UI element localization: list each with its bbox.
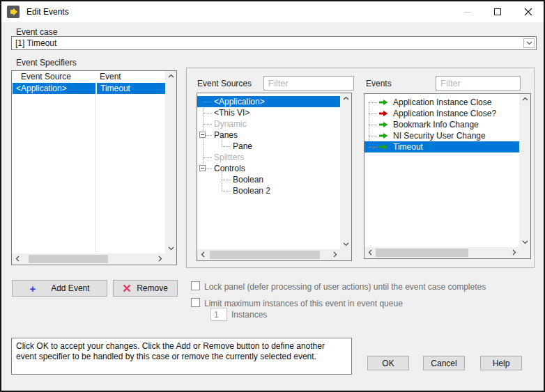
scroll-left-button[interactable] bbox=[364, 247, 376, 258]
specifier-row[interactable]: <Application>Timeout bbox=[12, 83, 165, 94]
maximize-icon bbox=[494, 8, 501, 15]
event-connector bbox=[369, 147, 377, 148]
event-item-label: NI Security User Change bbox=[393, 130, 486, 141]
scroll-down-button[interactable] bbox=[519, 237, 530, 247]
event-item[interactable]: Application Instance Close? bbox=[364, 108, 519, 119]
event-case-combobox[interactable]: [1] Timeout bbox=[11, 36, 537, 50]
instances-input[interactable] bbox=[210, 308, 227, 321]
close-button[interactable] bbox=[513, 1, 544, 22]
tree-item-label: Splitters bbox=[214, 152, 244, 163]
minimize-icon bbox=[463, 12, 471, 13]
scrollbar-thumb[interactable] bbox=[376, 249, 468, 257]
remove-x-icon bbox=[123, 284, 131, 292]
limit-instances-checkbox[interactable] bbox=[191, 298, 200, 307]
tree-connector bbox=[222, 146, 231, 147]
ok-button[interactable]: OK bbox=[367, 356, 409, 370]
vertical-scrollbar[interactable] bbox=[519, 94, 530, 247]
edit-events-dialog: Edit Events Event case [1] Timeout Event… bbox=[0, 0, 545, 392]
tree-item[interactable]: Boolean bbox=[197, 174, 340, 185]
event-sources-tree[interactable]: <Application><This VI>DynamicPanesPaneSp… bbox=[197, 93, 352, 261]
event-connector bbox=[369, 125, 377, 125]
add-event-label: Add Event bbox=[51, 283, 89, 293]
scroll-down-button[interactable] bbox=[165, 243, 176, 253]
help-button[interactable]: Help bbox=[480, 356, 522, 370]
tree-collapse-icon[interactable] bbox=[199, 165, 206, 171]
tree-connector bbox=[203, 102, 212, 102]
titlebar: Edit Events bbox=[1, 1, 544, 22]
window-title: Edit Events bbox=[26, 7, 69, 17]
tree-item-label: Panes bbox=[214, 130, 238, 141]
horizontal-scrollbar[interactable] bbox=[12, 253, 165, 265]
plus-icon: + bbox=[29, 283, 36, 294]
vertical-scrollbar[interactable] bbox=[340, 93, 351, 249]
specifier-source: <Application> bbox=[13, 83, 95, 94]
event-case-value: [1] Timeout bbox=[15, 37, 56, 49]
scroll-down-button[interactable] bbox=[340, 239, 351, 249]
tree-item[interactable]: <This VI> bbox=[197, 107, 340, 118]
tree-connector bbox=[222, 180, 231, 180]
tree-item-label: Boolean 2 bbox=[233, 185, 270, 196]
add-event-button[interactable]: + Add Event bbox=[12, 280, 107, 297]
scrollbar-corner[interactable] bbox=[340, 249, 351, 260]
event-specifiers-table[interactable]: Event Source Event <Application>Timeout bbox=[11, 70, 177, 265]
tree-item-label: Controls bbox=[214, 163, 245, 174]
tree-item-label: Dynamic bbox=[214, 118, 247, 130]
events-label: Events bbox=[366, 79, 392, 88]
event-arrow-icon bbox=[379, 143, 388, 150]
event-item[interactable]: Application Instance Close bbox=[364, 97, 519, 108]
scrollbar-thumb[interactable] bbox=[210, 251, 320, 259]
remove-button[interactable]: Remove bbox=[113, 280, 178, 297]
tree-item[interactable]: Pane bbox=[197, 141, 340, 152]
column-header-event: Event bbox=[100, 71, 121, 83]
event-arrow-icon bbox=[379, 110, 388, 117]
event-item[interactable]: Timeout bbox=[364, 141, 519, 152]
minimize-button bbox=[452, 1, 482, 22]
horizontal-scrollbar[interactable] bbox=[364, 247, 519, 258]
event-connector bbox=[369, 136, 377, 136]
scrollbar-corner[interactable] bbox=[519, 247, 530, 258]
event-item-label: Application Instance Close? bbox=[393, 108, 496, 119]
labview-icon bbox=[7, 6, 20, 18]
scrollbar-thumb[interactable] bbox=[29, 255, 108, 263]
limit-instances-label: Limit maximum instances of this event in… bbox=[204, 299, 403, 308]
tree-item[interactable]: Panes bbox=[197, 130, 340, 141]
scroll-right-button[interactable] bbox=[329, 249, 340, 260]
scroll-left-button[interactable] bbox=[197, 249, 208, 260]
scrollbar-corner[interactable] bbox=[165, 253, 176, 265]
scroll-up-button[interactable] bbox=[340, 93, 351, 104]
event-item[interactable]: NI Security User Change bbox=[364, 130, 519, 141]
sources-filter-input[interactable] bbox=[263, 76, 354, 91]
tree-item[interactable]: Splitters bbox=[197, 152, 340, 163]
lock-panel-label: Lock panel (defer processing of user act… bbox=[204, 282, 486, 292]
scroll-up-button[interactable] bbox=[165, 71, 176, 81]
tree-item[interactable]: Boolean 2 bbox=[197, 185, 340, 196]
events-filter-input[interactable] bbox=[436, 76, 521, 91]
cancel-button[interactable]: Cancel bbox=[423, 356, 465, 370]
maximize-button[interactable] bbox=[482, 1, 513, 22]
tree-item[interactable]: Controls bbox=[197, 163, 340, 174]
scroll-right-button[interactable] bbox=[154, 253, 165, 264]
window-controls bbox=[452, 1, 544, 22]
tree-collapse-icon[interactable] bbox=[199, 132, 206, 138]
combo-dropdown-button[interactable] bbox=[523, 38, 535, 48]
tree-connector bbox=[203, 113, 212, 113]
instances-label: Instances bbox=[231, 310, 267, 320]
event-specifiers-label: Event Specifiers bbox=[16, 58, 77, 68]
event-item[interactable]: Bookmark Info Change bbox=[364, 119, 519, 130]
column-divider bbox=[95, 83, 96, 253]
events-list[interactable]: Application Instance CloseApplication In… bbox=[364, 93, 531, 259]
event-arrow-icon bbox=[379, 99, 388, 106]
table-header: Event Source Event bbox=[12, 71, 176, 83]
tree-item[interactable]: Dynamic bbox=[197, 118, 340, 130]
tree-item[interactable]: <Application> bbox=[197, 96, 340, 107]
tree-connector bbox=[222, 191, 231, 191]
scroll-right-button[interactable] bbox=[508, 247, 519, 258]
message-box: Click OK to accept your changes. Click t… bbox=[11, 338, 352, 375]
remove-label: Remove bbox=[137, 283, 168, 293]
scroll-left-button[interactable] bbox=[12, 253, 23, 264]
tree-item-label: Boolean bbox=[233, 174, 263, 185]
lock-panel-checkbox[interactable] bbox=[191, 281, 200, 290]
horizontal-scrollbar[interactable] bbox=[197, 249, 340, 260]
scroll-up-button[interactable] bbox=[519, 94, 530, 104]
vertical-scrollbar[interactable] bbox=[165, 71, 176, 253]
